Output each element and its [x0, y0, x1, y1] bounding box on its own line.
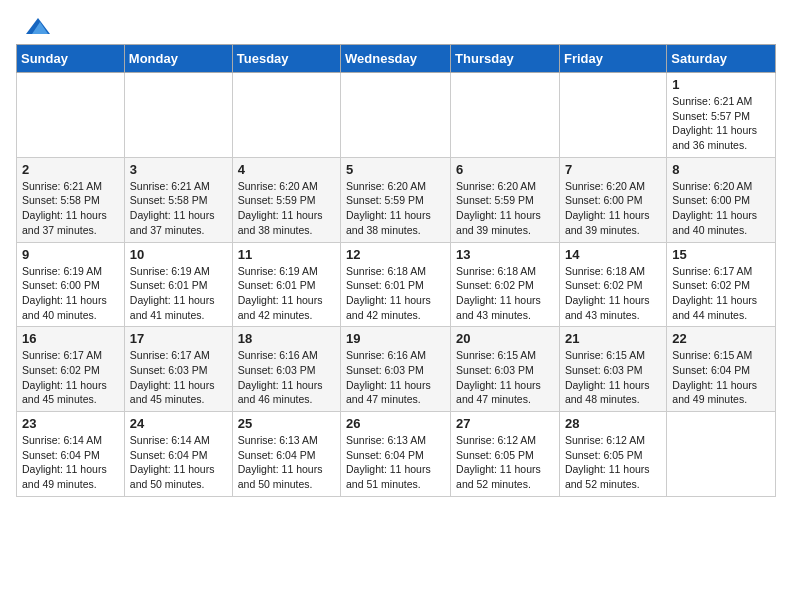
day-number: 20 [456, 331, 554, 346]
day-info: Sunrise: 6:20 AM Sunset: 5:59 PM Dayligh… [346, 179, 445, 238]
day-number: 14 [565, 247, 661, 262]
day-info: Sunrise: 6:20 AM Sunset: 5:59 PM Dayligh… [238, 179, 335, 238]
day-info: Sunrise: 6:13 AM Sunset: 6:04 PM Dayligh… [346, 433, 445, 492]
day-info: Sunrise: 6:17 AM Sunset: 6:02 PM Dayligh… [672, 264, 770, 323]
calendar-cell: 6Sunrise: 6:20 AM Sunset: 5:59 PM Daylig… [451, 157, 560, 242]
day-number: 26 [346, 416, 445, 431]
calendar-cell: 14Sunrise: 6:18 AM Sunset: 6:02 PM Dayli… [559, 242, 666, 327]
day-info: Sunrise: 6:21 AM Sunset: 5:57 PM Dayligh… [672, 94, 770, 153]
day-number: 11 [238, 247, 335, 262]
calendar-cell: 8Sunrise: 6:20 AM Sunset: 6:00 PM Daylig… [667, 157, 776, 242]
day-info: Sunrise: 6:19 AM Sunset: 6:01 PM Dayligh… [130, 264, 227, 323]
day-number: 19 [346, 331, 445, 346]
day-info: Sunrise: 6:18 AM Sunset: 6:02 PM Dayligh… [565, 264, 661, 323]
calendar-cell: 25Sunrise: 6:13 AM Sunset: 6:04 PM Dayli… [232, 412, 340, 497]
day-number: 22 [672, 331, 770, 346]
day-number: 7 [565, 162, 661, 177]
day-info: Sunrise: 6:20 AM Sunset: 6:00 PM Dayligh… [672, 179, 770, 238]
calendar-week-row: 16Sunrise: 6:17 AM Sunset: 6:02 PM Dayli… [17, 327, 776, 412]
calendar-cell: 1Sunrise: 6:21 AM Sunset: 5:57 PM Daylig… [667, 73, 776, 158]
calendar-cell: 17Sunrise: 6:17 AM Sunset: 6:03 PM Dayli… [124, 327, 232, 412]
calendar-cell: 27Sunrise: 6:12 AM Sunset: 6:05 PM Dayli… [451, 412, 560, 497]
calendar-week-row: 23Sunrise: 6:14 AM Sunset: 6:04 PM Dayli… [17, 412, 776, 497]
day-info: Sunrise: 6:15 AM Sunset: 6:03 PM Dayligh… [565, 348, 661, 407]
calendar-cell: 19Sunrise: 6:16 AM Sunset: 6:03 PM Dayli… [341, 327, 451, 412]
page-header [16, 16, 776, 32]
calendar-cell: 21Sunrise: 6:15 AM Sunset: 6:03 PM Dayli… [559, 327, 666, 412]
calendar-cell: 2Sunrise: 6:21 AM Sunset: 5:58 PM Daylig… [17, 157, 125, 242]
calendar-cell [667, 412, 776, 497]
calendar-cell [341, 73, 451, 158]
calendar-cell: 4Sunrise: 6:20 AM Sunset: 5:59 PM Daylig… [232, 157, 340, 242]
logo [16, 16, 50, 32]
day-number: 27 [456, 416, 554, 431]
day-number: 15 [672, 247, 770, 262]
calendar-cell: 16Sunrise: 6:17 AM Sunset: 6:02 PM Dayli… [17, 327, 125, 412]
day-info: Sunrise: 6:20 AM Sunset: 6:00 PM Dayligh… [565, 179, 661, 238]
day-info: Sunrise: 6:16 AM Sunset: 6:03 PM Dayligh… [346, 348, 445, 407]
day-number: 10 [130, 247, 227, 262]
calendar-header-row: SundayMondayTuesdayWednesdayThursdayFrid… [17, 45, 776, 73]
day-number: 1 [672, 77, 770, 92]
day-number: 9 [22, 247, 119, 262]
calendar-week-row: 2Sunrise: 6:21 AM Sunset: 5:58 PM Daylig… [17, 157, 776, 242]
day-number: 18 [238, 331, 335, 346]
day-info: Sunrise: 6:21 AM Sunset: 5:58 PM Dayligh… [130, 179, 227, 238]
day-number: 16 [22, 331, 119, 346]
day-number: 3 [130, 162, 227, 177]
day-info: Sunrise: 6:21 AM Sunset: 5:58 PM Dayligh… [22, 179, 119, 238]
logo-icon [18, 16, 50, 38]
day-info: Sunrise: 6:12 AM Sunset: 6:05 PM Dayligh… [565, 433, 661, 492]
day-number: 5 [346, 162, 445, 177]
calendar-cell: 3Sunrise: 6:21 AM Sunset: 5:58 PM Daylig… [124, 157, 232, 242]
day-info: Sunrise: 6:20 AM Sunset: 5:59 PM Dayligh… [456, 179, 554, 238]
calendar-cell: 23Sunrise: 6:14 AM Sunset: 6:04 PM Dayli… [17, 412, 125, 497]
calendar-cell [232, 73, 340, 158]
day-number: 24 [130, 416, 227, 431]
calendar-cell: 15Sunrise: 6:17 AM Sunset: 6:02 PM Dayli… [667, 242, 776, 327]
day-number: 13 [456, 247, 554, 262]
calendar-week-row: 9Sunrise: 6:19 AM Sunset: 6:00 PM Daylig… [17, 242, 776, 327]
day-info: Sunrise: 6:15 AM Sunset: 6:04 PM Dayligh… [672, 348, 770, 407]
calendar-cell: 26Sunrise: 6:13 AM Sunset: 6:04 PM Dayli… [341, 412, 451, 497]
weekday-header: Saturday [667, 45, 776, 73]
calendar-cell: 12Sunrise: 6:18 AM Sunset: 6:01 PM Dayli… [341, 242, 451, 327]
calendar-cell: 9Sunrise: 6:19 AM Sunset: 6:00 PM Daylig… [17, 242, 125, 327]
weekday-header: Monday [124, 45, 232, 73]
weekday-header: Tuesday [232, 45, 340, 73]
day-number: 28 [565, 416, 661, 431]
day-info: Sunrise: 6:13 AM Sunset: 6:04 PM Dayligh… [238, 433, 335, 492]
day-number: 12 [346, 247, 445, 262]
calendar-cell: 20Sunrise: 6:15 AM Sunset: 6:03 PM Dayli… [451, 327, 560, 412]
day-number: 2 [22, 162, 119, 177]
calendar-cell [17, 73, 125, 158]
weekday-header: Friday [559, 45, 666, 73]
day-info: Sunrise: 6:15 AM Sunset: 6:03 PM Dayligh… [456, 348, 554, 407]
day-number: 25 [238, 416, 335, 431]
calendar-cell: 5Sunrise: 6:20 AM Sunset: 5:59 PM Daylig… [341, 157, 451, 242]
calendar-cell: 24Sunrise: 6:14 AM Sunset: 6:04 PM Dayli… [124, 412, 232, 497]
calendar-cell: 13Sunrise: 6:18 AM Sunset: 6:02 PM Dayli… [451, 242, 560, 327]
day-info: Sunrise: 6:14 AM Sunset: 6:04 PM Dayligh… [130, 433, 227, 492]
day-info: Sunrise: 6:19 AM Sunset: 6:01 PM Dayligh… [238, 264, 335, 323]
weekday-header: Sunday [17, 45, 125, 73]
day-info: Sunrise: 6:18 AM Sunset: 6:01 PM Dayligh… [346, 264, 445, 323]
day-info: Sunrise: 6:17 AM Sunset: 6:03 PM Dayligh… [130, 348, 227, 407]
weekday-header: Thursday [451, 45, 560, 73]
calendar-cell [451, 73, 560, 158]
calendar-cell: 11Sunrise: 6:19 AM Sunset: 6:01 PM Dayli… [232, 242, 340, 327]
day-info: Sunrise: 6:14 AM Sunset: 6:04 PM Dayligh… [22, 433, 119, 492]
day-number: 4 [238, 162, 335, 177]
day-info: Sunrise: 6:16 AM Sunset: 6:03 PM Dayligh… [238, 348, 335, 407]
day-info: Sunrise: 6:19 AM Sunset: 6:00 PM Dayligh… [22, 264, 119, 323]
day-number: 21 [565, 331, 661, 346]
calendar-cell: 28Sunrise: 6:12 AM Sunset: 6:05 PM Dayli… [559, 412, 666, 497]
calendar-cell: 10Sunrise: 6:19 AM Sunset: 6:01 PM Dayli… [124, 242, 232, 327]
day-info: Sunrise: 6:12 AM Sunset: 6:05 PM Dayligh… [456, 433, 554, 492]
day-number: 17 [130, 331, 227, 346]
calendar-cell: 22Sunrise: 6:15 AM Sunset: 6:04 PM Dayli… [667, 327, 776, 412]
calendar-cell: 18Sunrise: 6:16 AM Sunset: 6:03 PM Dayli… [232, 327, 340, 412]
day-info: Sunrise: 6:18 AM Sunset: 6:02 PM Dayligh… [456, 264, 554, 323]
calendar-cell: 7Sunrise: 6:20 AM Sunset: 6:00 PM Daylig… [559, 157, 666, 242]
calendar-table: SundayMondayTuesdayWednesdayThursdayFrid… [16, 44, 776, 497]
